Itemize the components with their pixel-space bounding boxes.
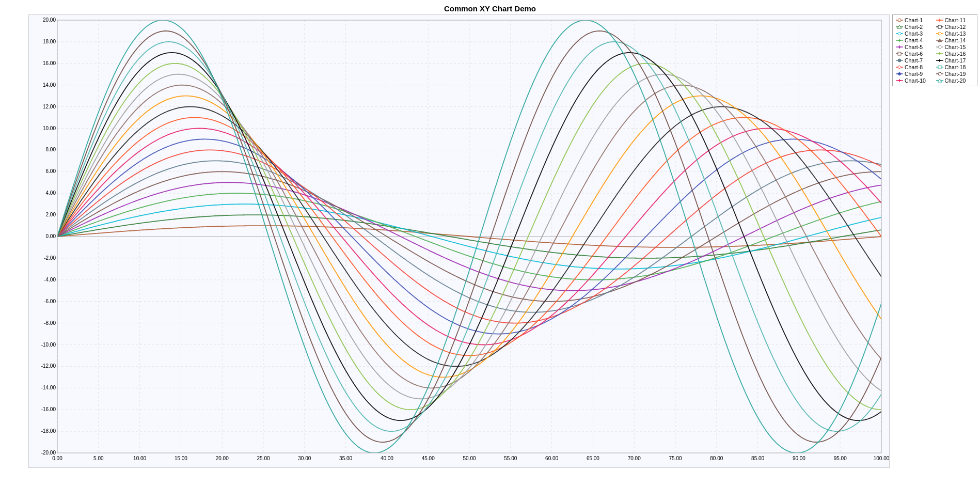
y-axis-label: -4.00 — [44, 277, 56, 283]
svg-point-41 — [938, 72, 941, 75]
y-axis-label: -20.00 — [41, 450, 56, 456]
legend-marker-icon — [896, 18, 903, 23]
legend-item: Chart-7 — [896, 57, 934, 64]
legend-item: Chart-13 — [936, 30, 974, 37]
legend-label: Chart-12 — [945, 24, 966, 30]
legend-label: Chart-3 — [905, 30, 923, 37]
legend-item: Chart-18 — [936, 64, 974, 70]
svg-point-30 — [898, 59, 901, 62]
legend-marker-icon — [936, 58, 943, 63]
x-axis-label: 20.00 — [216, 456, 229, 461]
y-axis-label: 18.00 — [43, 39, 56, 44]
legend-marker-icon — [896, 38, 903, 43]
y-axis-label: -18.00 — [41, 428, 56, 434]
legend-item: Chart-2 — [896, 24, 934, 30]
y-axis-label: 14.00 — [43, 82, 56, 88]
legend-item: Chart-3 — [896, 30, 934, 37]
y-axis-label: 20.00 — [43, 17, 56, 23]
x-axis-label: 45.00 — [422, 456, 435, 461]
legend-marker-icon — [896, 65, 903, 70]
legend-marker-icon — [936, 18, 943, 23]
y-axis-label: 10.00 — [43, 126, 56, 131]
legend-marker-icon — [936, 65, 943, 70]
legend-label: Chart-7 — [905, 57, 923, 64]
x-axis-label: 40.00 — [381, 456, 393, 461]
legend-item: Chart-19 — [936, 71, 974, 77]
y-axis-label: 6.00 — [46, 168, 56, 174]
legend-item: Chart-20 — [936, 77, 974, 84]
legend-label: Chart-19 — [945, 71, 966, 77]
svg-marker-35 — [897, 66, 902, 69]
legend-item: Chart-11 — [936, 17, 974, 23]
x-axis-label: 100.00 — [874, 456, 889, 461]
y-axis-label: 2.00 — [46, 212, 56, 217]
x-axis-label: 85.00 — [751, 456, 764, 461]
legend-label: Chart-15 — [945, 44, 966, 50]
legend-label: Chart-8 — [905, 64, 923, 70]
svg-rect-9 — [938, 25, 941, 28]
svg-marker-39 — [897, 72, 902, 75]
legend-label: Chart-6 — [905, 51, 923, 57]
svg-rect-25 — [898, 52, 901, 55]
x-axis-label: 95.00 — [834, 456, 847, 461]
legend-label: Chart-5 — [905, 44, 923, 50]
legend-item: Chart-12 — [936, 24, 974, 30]
legend-label: Chart-9 — [905, 71, 923, 77]
legend-grid: Chart-1Chart-11Chart-2Chart-12Chart-3Cha… — [896, 17, 974, 84]
legend-label: Chart-11 — [945, 17, 966, 23]
x-axis-label: 35.00 — [339, 456, 352, 461]
x-axis-label: 90.00 — [793, 456, 805, 461]
y-axis-label: -12.00 — [41, 363, 56, 369]
legend-label: Chart-16 — [945, 51, 966, 57]
legend-item: Chart-4 — [896, 37, 934, 43]
legend-marker-icon — [936, 71, 943, 76]
x-axis-label: 80.00 — [710, 456, 723, 461]
legend-item: Chart-14 — [936, 37, 974, 43]
legend-marker-icon — [896, 44, 903, 50]
x-axis-label: 70.00 — [628, 456, 641, 461]
legend-label: Chart-13 — [945, 30, 966, 37]
x-axis-label: 50.00 — [463, 456, 476, 461]
legend-marker-icon — [896, 51, 903, 56]
x-axis-label: 5.00 — [93, 456, 104, 461]
y-axis-label: 16.00 — [43, 60, 56, 66]
y-axis-label: -16.00 — [41, 406, 56, 412]
svg-point-2 — [898, 19, 901, 22]
svg-point-13 — [938, 32, 941, 35]
legend-item: Chart-6 — [896, 51, 934, 57]
chart-svg: -20.00-18.00-16.00-14.00-12.00-10.00-8.0… — [29, 15, 889, 467]
x-axis-label: 65.00 — [587, 456, 599, 461]
x-axis-label: 25.00 — [257, 456, 270, 461]
y-axis-label: -6.00 — [44, 299, 56, 304]
x-axis-label: 60.00 — [545, 456, 558, 461]
y-axis-label: 4.00 — [46, 190, 56, 196]
legend-item: Chart-1 — [896, 17, 934, 23]
legend-marker-icon — [936, 44, 943, 50]
legend-label: Chart-2 — [905, 24, 923, 30]
legend-marker-icon — [896, 78, 903, 83]
legend-marker-icon — [936, 78, 943, 83]
legend-item: Chart-9 — [896, 71, 934, 77]
y-axis-label: -2.00 — [44, 255, 56, 261]
legend-marker-icon — [936, 51, 943, 56]
y-axis-label: -8.00 — [44, 320, 56, 326]
legend-item: Chart-16 — [936, 51, 974, 57]
chart-legend: Chart-1Chart-11Chart-2Chart-12Chart-3Cha… — [892, 14, 977, 86]
legend-marker-icon — [936, 24, 943, 29]
y-axis-label: -14.00 — [41, 385, 56, 390]
legend-label: Chart-17 — [945, 57, 966, 64]
chart-container: Common XY Chart Demo -20.00-18.00-16.00-… — [0, 0, 980, 486]
legend-label: Chart-20 — [945, 77, 966, 84]
legend-marker-icon — [896, 71, 903, 76]
legend-item: Chart-10 — [896, 77, 934, 84]
x-axis-label: 30.00 — [298, 456, 311, 461]
y-axis-label: 12.00 — [43, 104, 56, 109]
chart-area: -20.00-18.00-16.00-14.00-12.00-10.00-8.0… — [28, 14, 890, 468]
x-axis-label: 75.00 — [669, 456, 682, 461]
y-axis-label: 8.00 — [46, 147, 56, 152]
x-axis-label: 0.00 — [52, 456, 62, 461]
x-axis-label: 55.00 — [504, 456, 517, 461]
legend-label: Chart-4 — [905, 37, 923, 43]
y-axis-label: -10.00 — [41, 342, 56, 348]
legend-item: Chart-5 — [896, 44, 934, 50]
